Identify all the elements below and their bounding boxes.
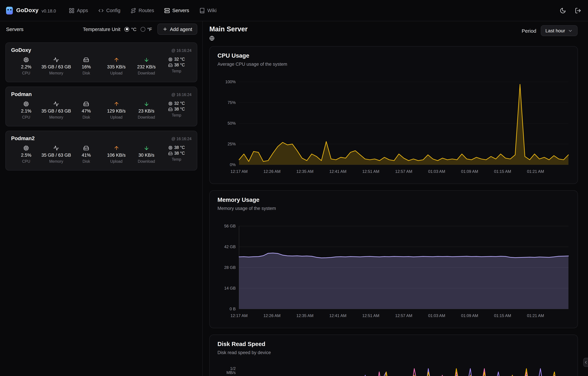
godoxy-logo bbox=[6, 7, 13, 14]
radio-celsius-dot[interactable] bbox=[124, 27, 129, 31]
svg-text:50%: 50% bbox=[228, 121, 236, 125]
chart-title: CPU Usage bbox=[217, 52, 249, 59]
server-card-podman2[interactable]: Podman2@ 16:16:242.5%CPU35 GB / 63 GBMem… bbox=[5, 131, 197, 170]
temp-value: 38 °C bbox=[174, 63, 185, 67]
svg-text:12:41 AM: 12:41 AM bbox=[329, 169, 346, 174]
stat-label: Disk bbox=[82, 159, 90, 163]
chart-title: Disk Read Speed bbox=[217, 341, 265, 348]
svg-text:56 GB: 56 GB bbox=[224, 224, 236, 228]
panel-collapse-handle[interactable] bbox=[583, 358, 588, 367]
stat-value: 2.1% bbox=[21, 108, 31, 114]
logout-button[interactable] bbox=[575, 7, 581, 14]
temp-row: 38 °C bbox=[168, 107, 185, 112]
arrow-up-icon bbox=[113, 101, 119, 107]
cpu-usage-card: CPU Usage Average CPU usage of the syste… bbox=[209, 46, 578, 184]
stat-value: 41% bbox=[82, 153, 91, 158]
nav-item-label: Wiki bbox=[207, 8, 217, 13]
temperature-unit-group: Temperature Unit °C °F Add agent bbox=[83, 24, 197, 35]
svg-text:75%: 75% bbox=[228, 100, 236, 105]
globe-icon[interactable] bbox=[209, 36, 214, 41]
main-content: Main Server Period Last hour CPU Usage A… bbox=[203, 21, 588, 376]
drive-icon bbox=[84, 101, 89, 107]
svg-text:28 GB: 28 GB bbox=[224, 265, 236, 270]
nav-item-label: Config bbox=[106, 8, 120, 13]
drive-icon bbox=[168, 63, 172, 67]
stat-upload: 106 KB/sUpload bbox=[101, 145, 131, 163]
stat-temp: 38 °C38 °CTemp bbox=[161, 145, 192, 163]
stat-value: 30 KB/s bbox=[139, 153, 154, 158]
nav-item-wiki[interactable]: Wiki bbox=[199, 8, 217, 13]
stat-value: 106 KB/s bbox=[107, 153, 126, 158]
nav-item-routes[interactable]: Routes bbox=[130, 8, 154, 13]
cpu-icon bbox=[168, 145, 172, 150]
activity-icon bbox=[53, 57, 59, 63]
drive-icon bbox=[168, 107, 172, 111]
svg-text:12:17 AM: 12:17 AM bbox=[230, 169, 247, 174]
stat-label: Download bbox=[138, 159, 155, 163]
stat-memory: 35 GB / 63 GBMemory bbox=[41, 57, 71, 75]
arrow-down-icon bbox=[143, 101, 149, 107]
temperature-unit-label: Temperature Unit bbox=[83, 26, 120, 32]
stat-label: Temp bbox=[172, 113, 181, 117]
svg-text:01:03 AM: 01:03 AM bbox=[428, 313, 445, 318]
radio-fahrenheit[interactable]: °F bbox=[140, 26, 152, 32]
grid-icon bbox=[69, 8, 75, 13]
memory-usage-plot: 56 GB42 GB28 GB14 GB0 B12:17 AM12:26 AM1… bbox=[210, 224, 578, 320]
stat-value: 23 KB/s bbox=[139, 108, 154, 114]
nav-item-apps[interactable]: Apps bbox=[69, 8, 88, 13]
stat-value: 35 GB / 63 GB bbox=[42, 153, 71, 158]
nav-items: AppsConfigRoutesServersWiki bbox=[69, 8, 217, 13]
nav-item-config[interactable]: Config bbox=[98, 8, 120, 13]
logout-icon bbox=[575, 7, 581, 14]
servers-sidebar: Servers Temperature Unit °C °F Add agent… bbox=[0, 21, 203, 376]
add-agent-button[interactable]: Add agent bbox=[158, 24, 197, 35]
stat-label: Upload bbox=[110, 71, 123, 75]
svg-text:12:51 AM: 12:51 AM bbox=[362, 313, 379, 318]
radio-fahrenheit-dot[interactable] bbox=[140, 27, 145, 31]
radio-celsius[interactable]: °C bbox=[124, 26, 136, 32]
temp-value: 32 °C bbox=[174, 57, 185, 62]
svg-text:25%: 25% bbox=[228, 142, 236, 146]
activity-icon bbox=[53, 145, 59, 151]
nav-item-label: Servers bbox=[172, 8, 189, 13]
period-value: Last hour bbox=[545, 28, 565, 33]
stat-download: 30 KB/sDownload bbox=[131, 145, 161, 163]
cpu-usage-plot: 100%75%50%25%0%12:17 AM12:26 AM12:35 AM1… bbox=[210, 80, 578, 176]
svg-text:12:26 AM: 12:26 AM bbox=[264, 169, 280, 174]
period-select[interactable]: Last hour bbox=[541, 25, 577, 36]
stat-disk: 16%Disk bbox=[71, 57, 101, 75]
memory-usage-card: Memory Usage Memory usage of the system … bbox=[209, 190, 578, 328]
stat-cpu: 2.1%CPU bbox=[11, 101, 41, 119]
svg-text:01:15 AM: 01:15 AM bbox=[494, 313, 511, 318]
chart-subtitle: Average CPU usage of the system bbox=[217, 62, 287, 67]
cpu-icon bbox=[23, 145, 29, 151]
drive-icon bbox=[168, 151, 172, 156]
server-card-podman[interactable]: Podman@ 16:16:242.1%CPU35 GB / 63 GBMemo… bbox=[5, 87, 197, 126]
temp-row: 32 °C bbox=[168, 101, 185, 106]
radio-fahrenheit-label: °F bbox=[147, 26, 152, 32]
stat-cpu: 2.2%CPU bbox=[11, 57, 41, 75]
temp-value: 38 °C bbox=[174, 151, 185, 156]
svg-text:12:51 AM: 12:51 AM bbox=[362, 169, 379, 174]
cpu-usage-chart: 100%75%50%25%0%12:17 AM12:26 AM12:35 AM1… bbox=[210, 80, 578, 176]
svg-text:12:35 AM: 12:35 AM bbox=[296, 313, 313, 318]
svg-text:12:35 AM: 12:35 AM bbox=[296, 169, 313, 174]
server-name: Podman2 bbox=[11, 136, 35, 142]
nav-item-servers[interactable]: Servers bbox=[164, 8, 189, 13]
theme-toggle-button[interactable] bbox=[560, 7, 566, 14]
temp-row: 38 °C bbox=[168, 151, 185, 156]
svg-text:12:41 AM: 12:41 AM bbox=[329, 313, 346, 318]
cpu-icon bbox=[23, 57, 29, 63]
svg-text:01:21 AM: 01:21 AM bbox=[527, 169, 544, 174]
server-timestamp: @ 16:16:24 bbox=[171, 49, 192, 52]
stat-memory: 35 GB / 63 GBMemory bbox=[41, 101, 71, 119]
server-card-godoxy[interactable]: GoDoxy@ 16:16:242.2%CPU35 GB / 63 GBMemo… bbox=[5, 42, 197, 82]
stat-label: Memory bbox=[49, 115, 63, 119]
version-label: v0.18.0 bbox=[42, 8, 56, 13]
svg-text:01:09 AM: 01:09 AM bbox=[461, 313, 478, 318]
activity-icon bbox=[53, 101, 59, 107]
stat-value: 335 KB/s bbox=[107, 64, 126, 69]
stat-download: 23 KB/sDownload bbox=[131, 101, 161, 119]
chevron-down-icon bbox=[568, 28, 573, 33]
svg-text:01:09 AM: 01:09 AM bbox=[461, 169, 478, 174]
